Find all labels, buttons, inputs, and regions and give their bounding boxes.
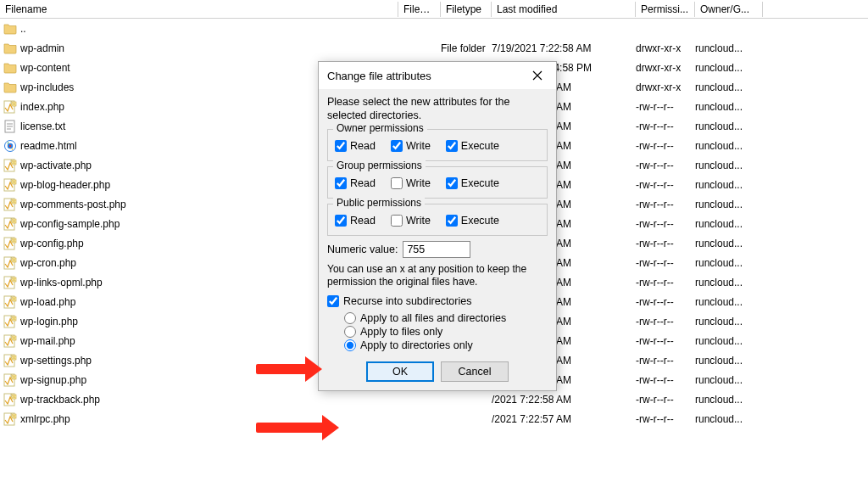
radio-apply-all-label: Apply to all files and directories [360,312,506,324]
numeric-value-label: Numeric value: [327,244,398,255]
col-header-filetype[interactable]: Filetype [441,2,492,17]
public-execute-checkbox[interactable] [446,215,458,227]
owner-write-checkbox[interactable] [391,140,403,152]
change-attributes-dialog: Change file attributes Please select the… [318,61,557,391]
group-group-label: Group permissions [333,160,426,171]
file-owner: runcloud... [695,374,763,386]
public-write[interactable]: Write [391,215,431,227]
php-icon [3,100,17,114]
group-execute-checkbox[interactable] [446,177,458,189]
folder-icon [3,42,17,55]
recurse-mode-radios: Apply to all files and directories Apply… [327,312,548,351]
file-table-header: Filename Filesize Filetype Last modified… [0,0,868,19]
cancel-button[interactable]: Cancel [441,361,509,382]
file-owner: runcloud... [695,42,763,54]
group-read-label: Read [350,177,376,189]
group-write-checkbox[interactable] [391,177,403,189]
radio-apply-files-input[interactable] [344,326,356,338]
file-name: xmlrpc.php [20,413,398,425]
php-icon [3,178,17,192]
table-row[interactable]: wp-trackback.php/2021 7:22:58 AM-rw-r--r… [0,389,868,409]
dialog-title-text: Change file attributes [327,70,431,82]
public-read[interactable]: Read [335,215,376,227]
close-icon[interactable] [526,67,549,84]
php-icon [3,315,17,328]
owner-read[interactable]: Read [335,140,376,152]
file-permissions: -rw-r--r-- [636,199,695,210]
public-permissions-group: Public permissions Read Write Execute [327,204,548,236]
numeric-value-input[interactable] [403,241,470,258]
parent-dir-row[interactable]: .. [0,19,868,38]
file-owner: runcloud... [695,81,763,93]
radio-apply-dirs[interactable]: Apply to directories only [344,339,548,351]
group-read[interactable]: Read [335,177,376,189]
file-permissions: -rw-r--r-- [636,140,695,152]
file-modified: /2021 7:22:58 AM [492,394,636,406]
file-owner: runcloud... [695,355,763,367]
php-icon [3,334,17,348]
col-header-filesize[interactable]: Filesize [398,2,441,17]
public-write-checkbox[interactable] [391,215,403,227]
table-row[interactable]: wp-adminFile folder7/19/2021 7:22:58 AMd… [0,38,868,58]
file-owner: runcloud... [695,257,763,269]
file-permissions: -rw-r--r-- [636,101,695,113]
file-name: wp-admin [20,42,398,54]
file-owner: runcloud... [695,160,763,171]
ok-button[interactable]: OK [366,361,434,382]
folder-icon [3,61,17,75]
owner-execute-checkbox[interactable] [446,140,458,152]
col-header-filename[interactable]: Filename [0,2,398,17]
group-write-label: Write [406,177,431,189]
recurse-label: Recurse into subdirectories [343,295,471,307]
php-icon [3,276,17,289]
owner-execute[interactable]: Execute [446,140,499,152]
php-icon [3,237,17,250]
folder-icon [3,81,17,94]
radio-apply-all[interactable]: Apply to all files and directories [344,312,548,324]
dialog-instruction: Please select the new attributes for the… [327,96,548,122]
col-header-permissions[interactable]: Permissi... [636,2,695,17]
file-owner: runcloud... [695,335,763,347]
radio-apply-dirs-input[interactable] [344,339,356,351]
file-permissions: -rw-r--r-- [636,413,695,425]
parent-dir-label: .. [20,23,398,35]
radio-apply-files[interactable]: Apply to files only [344,326,548,338]
group-execute[interactable]: Execute [446,177,499,189]
annotation-arrow-icon [256,423,324,433]
public-read-checkbox[interactable] [335,215,347,227]
file-permissions: -rw-r--r-- [636,238,695,249]
public-execute[interactable]: Execute [446,215,499,227]
radio-apply-files-label: Apply to files only [360,326,442,338]
file-owner: runcloud... [695,199,763,210]
owner-read-label: Read [350,140,376,152]
php-icon [3,217,17,231]
file-owner: runcloud... [695,277,763,288]
file-owner: runcloud... [695,394,763,406]
col-header-modified[interactable]: Last modified [492,2,636,17]
owner-write[interactable]: Write [391,140,431,152]
col-header-owner[interactable]: Owner/G... [695,2,763,17]
table-row[interactable]: xmlrpc.php/2021 7:22:57 AM-rw-r--r--runc… [0,409,868,428]
group-read-checkbox[interactable] [335,177,347,189]
owner-group-label: Owner permissions [333,122,427,134]
file-modified: 7/19/2021 7:22:58 AM [492,42,636,54]
file-owner: runcloud... [695,140,763,152]
recurse-checkbox[interactable] [327,295,339,307]
owner-read-checkbox[interactable] [335,140,347,152]
file-permissions: -rw-r--r-- [636,374,695,386]
file-owner: runcloud... [695,62,763,74]
php-icon [3,295,17,309]
file-owner: runcloud... [695,179,763,191]
group-write[interactable]: Write [391,177,431,189]
owner-execute-label: Execute [461,140,499,152]
dialog-titlebar[interactable]: Change file attributes [319,62,556,89]
radio-apply-dirs-label: Apply to directories only [360,339,473,351]
public-write-label: Write [406,215,431,227]
file-permissions: -rw-r--r-- [636,316,695,328]
html-icon [3,139,17,153]
file-owner: runcloud... [695,218,763,230]
folder-icon [3,22,17,36]
group-permissions-group: Group permissions Read Write Execute [327,166,548,199]
radio-apply-all-input[interactable] [344,312,356,324]
public-read-label: Read [350,215,376,227]
